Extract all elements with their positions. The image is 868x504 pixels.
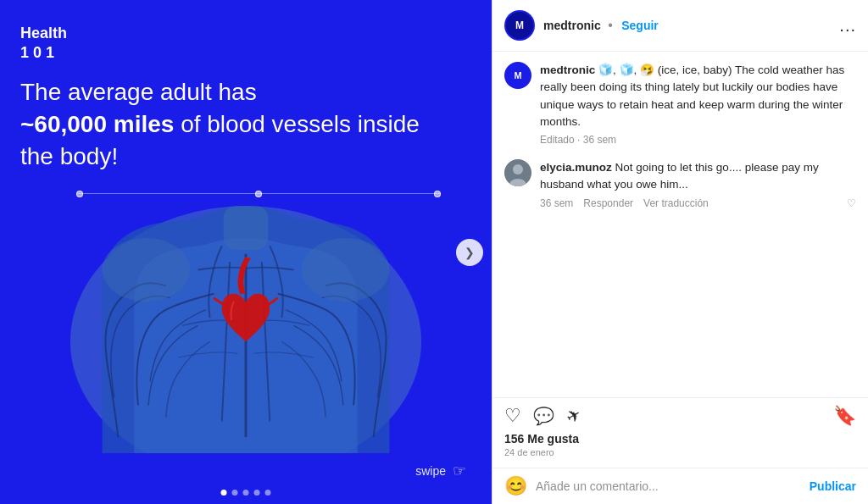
comment-username[interactable]: medtronic xyxy=(540,64,595,76)
comment-item: elycia.munoz Not going to let this go...… xyxy=(504,159,856,209)
comment-time: Editado · 36 sem xyxy=(540,134,616,146)
comments-panel: M medtronic • Seguir ... M medtronic 🧊, … xyxy=(492,0,868,504)
comment-avatar-medtronic: M xyxy=(504,62,531,89)
comment-time-2: 36 sem xyxy=(540,197,573,209)
hand-icon: ☞ xyxy=(453,462,466,480)
swipe-text: swipe xyxy=(415,464,446,478)
svg-point-5 xyxy=(302,238,390,302)
avatar: M xyxy=(504,10,535,41)
comment-meta: Editado · 36 sem xyxy=(540,134,856,146)
bookmark-button[interactable]: 🔖 xyxy=(833,405,856,427)
actions-bar: ♡ 💬 ✈ 🔖 156 Me gusta 24 de enero xyxy=(492,397,868,468)
action-icons: ♡ 💬 ✈ 🔖 xyxy=(504,405,856,427)
comment-content-2: elycia.munoz Not going to let this go...… xyxy=(540,159,856,209)
emoji-picker-button[interactable]: 😊 xyxy=(504,475,527,497)
comment-text-2: elycia.munoz Not going to let this go...… xyxy=(540,159,856,194)
pagination-dot-3[interactable] xyxy=(243,490,249,496)
comment-input-bar: 😊 Publicar xyxy=(492,468,868,504)
post-header: M medtronic • Seguir ... xyxy=(492,0,868,52)
svg-rect-6 xyxy=(224,206,269,250)
comment-button[interactable]: 💬 xyxy=(533,406,554,426)
chevron-right-icon: ❯ xyxy=(465,246,475,259)
comment-item: M medtronic 🧊, 🧊, 🤧 (ice, ice, baby) The… xyxy=(504,62,856,146)
more-options-button[interactable]: ... xyxy=(839,16,856,36)
svg-point-4 xyxy=(103,238,191,302)
main-text: The average adult has ~60,000 miles of b… xyxy=(20,76,458,172)
comment-username-2[interactable]: elycia.munoz xyxy=(540,161,612,174)
comment-like-button[interactable]: ♡ xyxy=(847,197,856,209)
pagination-dot-4[interactable] xyxy=(254,490,260,496)
main-text-line1: The average adult has xyxy=(20,79,257,105)
pagination-dot-2[interactable] xyxy=(232,490,238,496)
post-image-panel: Health1 0 1 The average adult has ~60,00… xyxy=(0,0,492,504)
user-avatar-icon xyxy=(504,159,531,186)
likes-count: 156 Me gusta xyxy=(504,432,856,446)
svg-point-8 xyxy=(513,164,523,174)
main-text-highlight: ~60,000 miles xyxy=(20,111,174,137)
health-label: Health1 0 1 xyxy=(20,24,67,64)
comment-avatar-user xyxy=(504,159,531,186)
like-button[interactable]: ♡ xyxy=(504,405,521,427)
avatar-inner: M xyxy=(506,12,533,39)
follow-button[interactable]: Seguir xyxy=(621,19,659,32)
body-illustration xyxy=(25,182,466,453)
comment-meta-2: 36 sem Responder Ver traducción ♡ xyxy=(540,197,856,209)
header-separator: • xyxy=(608,18,613,32)
comment-input[interactable] xyxy=(536,479,810,493)
next-slide-button[interactable]: ❯ xyxy=(456,239,483,266)
comment-avatar-initial: M xyxy=(514,70,521,80)
header-username[interactable]: medtronic xyxy=(543,19,601,32)
comments-section: M medtronic 🧊, 🧊, 🤧 (ice, ice, baby) The… xyxy=(492,52,868,397)
post-date: 24 de enero xyxy=(504,447,856,457)
post-comment-button[interactable]: Publicar xyxy=(810,479,856,493)
comment-content: medtronic 🧊, 🧊, 🤧 (ice, ice, baby) The c… xyxy=(540,62,856,146)
comment-text: medtronic 🧊, 🧊, 🤧 (ice, ice, baby) The c… xyxy=(540,62,856,130)
reply-button[interactable]: Responder xyxy=(583,197,633,209)
comment-emojis: 🧊, 🧊, 🤧 xyxy=(598,64,654,76)
translate-button[interactable]: Ver traducción xyxy=(643,197,709,209)
avatar-initial: M xyxy=(515,19,524,31)
swipe-label: swipe ☞ xyxy=(415,462,466,480)
pagination-dot-1[interactable] xyxy=(221,490,227,496)
pagination-dot-5[interactable] xyxy=(265,490,271,496)
pagination-dots xyxy=(221,490,271,496)
header-info: medtronic • Seguir xyxy=(543,18,839,33)
share-button[interactable]: ✈ xyxy=(562,403,585,428)
